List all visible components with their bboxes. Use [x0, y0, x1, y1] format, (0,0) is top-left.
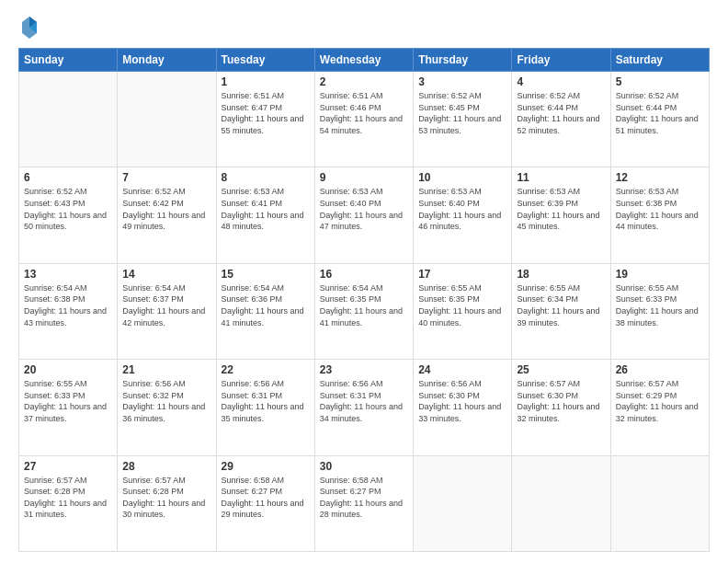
day-detail: Sunrise: 6:51 AM Sunset: 6:47 PM Dayligh…	[222, 90, 310, 136]
day-number: 7	[122, 171, 210, 184]
day-number: 4	[517, 75, 605, 88]
day-detail: Sunrise: 6:56 AM Sunset: 6:30 PM Dayligh…	[418, 378, 506, 424]
day-detail: Sunrise: 6:53 AM Sunset: 6:41 PM Dayligh…	[222, 186, 310, 232]
day-number: 14	[122, 268, 210, 281]
calendar-header-friday: Friday	[512, 49, 610, 72]
calendar-cell: 26Sunrise: 6:57 AM Sunset: 6:29 PM Dayli…	[610, 360, 709, 455]
day-number: 22	[222, 363, 310, 376]
day-number: 28	[122, 460, 210, 473]
day-number: 5	[616, 75, 704, 88]
day-detail: Sunrise: 6:54 AM Sunset: 6:37 PM Dayligh…	[122, 282, 210, 328]
calendar-cell	[610, 455, 709, 551]
day-detail: Sunrise: 6:52 AM Sunset: 6:44 PM Dayligh…	[517, 90, 605, 136]
calendar-cell: 2Sunrise: 6:51 AM Sunset: 6:46 PM Daylig…	[314, 72, 413, 167]
page: SundayMondayTuesdayWednesdayThursdayFrid…	[0, 0, 728, 563]
calendar-table: SundayMondayTuesdayWednesdayThursdayFrid…	[18, 48, 710, 552]
logo	[18, 15, 39, 40]
logo-icon	[20, 15, 39, 40]
day-number: 13	[24, 268, 112, 281]
calendar-week-row: 6Sunrise: 6:52 AM Sunset: 6:43 PM Daylig…	[19, 167, 710, 263]
day-detail: Sunrise: 6:58 AM Sunset: 6:27 PM Dayligh…	[320, 475, 408, 521]
day-detail: Sunrise: 6:56 AM Sunset: 6:32 PM Dayligh…	[122, 378, 210, 424]
calendar-cell: 22Sunrise: 6:56 AM Sunset: 6:31 PM Dayli…	[216, 360, 314, 455]
calendar-cell: 11Sunrise: 6:53 AM Sunset: 6:39 PM Dayli…	[512, 167, 610, 263]
day-detail: Sunrise: 6:52 AM Sunset: 6:42 PM Dayligh…	[122, 186, 210, 232]
calendar-cell: 14Sunrise: 6:54 AM Sunset: 6:37 PM Dayli…	[118, 263, 216, 359]
calendar-cell: 12Sunrise: 6:53 AM Sunset: 6:38 PM Dayli…	[610, 167, 709, 263]
day-detail: Sunrise: 6:54 AM Sunset: 6:38 PM Dayligh…	[24, 282, 112, 328]
day-detail: Sunrise: 6:55 AM Sunset: 6:33 PM Dayligh…	[616, 282, 704, 328]
calendar-cell: 19Sunrise: 6:55 AM Sunset: 6:33 PM Dayli…	[610, 263, 709, 359]
calendar-header-thursday: Thursday	[414, 49, 512, 72]
calendar-week-row: 13Sunrise: 6:54 AM Sunset: 6:38 PM Dayli…	[19, 263, 710, 359]
day-detail: Sunrise: 6:52 AM Sunset: 6:45 PM Dayligh…	[418, 90, 506, 136]
day-number: 23	[320, 363, 408, 376]
day-number: 29	[222, 460, 310, 473]
calendar-cell: 25Sunrise: 6:57 AM Sunset: 6:30 PM Dayli…	[512, 360, 610, 455]
day-detail: Sunrise: 6:57 AM Sunset: 6:28 PM Dayligh…	[122, 475, 210, 521]
day-number: 16	[320, 268, 408, 281]
day-detail: Sunrise: 6:52 AM Sunset: 6:44 PM Dayligh…	[616, 90, 704, 136]
day-number: 8	[222, 171, 310, 184]
calendar-cell: 16Sunrise: 6:54 AM Sunset: 6:35 PM Dayli…	[314, 263, 413, 359]
calendar-week-row: 27Sunrise: 6:57 AM Sunset: 6:28 PM Dayli…	[19, 455, 710, 551]
day-number: 26	[616, 363, 704, 376]
day-number: 2	[320, 75, 408, 88]
day-detail: Sunrise: 6:56 AM Sunset: 6:31 PM Dayligh…	[222, 378, 310, 424]
calendar-cell	[19, 72, 118, 167]
calendar-cell: 17Sunrise: 6:55 AM Sunset: 6:35 PM Dayli…	[414, 263, 512, 359]
day-number: 24	[418, 363, 506, 376]
calendar-cell	[512, 455, 610, 551]
calendar-cell: 30Sunrise: 6:58 AM Sunset: 6:27 PM Dayli…	[314, 455, 413, 551]
calendar-cell: 18Sunrise: 6:55 AM Sunset: 6:34 PM Dayli…	[512, 263, 610, 359]
calendar-cell: 6Sunrise: 6:52 AM Sunset: 6:43 PM Daylig…	[19, 167, 118, 263]
day-detail: Sunrise: 6:51 AM Sunset: 6:46 PM Dayligh…	[320, 90, 408, 136]
day-number: 27	[24, 460, 112, 473]
calendar-week-row: 1Sunrise: 6:51 AM Sunset: 6:47 PM Daylig…	[19, 72, 710, 167]
day-number: 3	[418, 75, 506, 88]
calendar-header-tuesday: Tuesday	[216, 49, 314, 72]
day-detail: Sunrise: 6:57 AM Sunset: 6:28 PM Dayligh…	[24, 475, 112, 521]
calendar-header-monday: Monday	[118, 49, 216, 72]
day-detail: Sunrise: 6:55 AM Sunset: 6:34 PM Dayligh…	[517, 282, 605, 328]
calendar-cell: 29Sunrise: 6:58 AM Sunset: 6:27 PM Dayli…	[216, 455, 314, 551]
calendar-cell: 8Sunrise: 6:53 AM Sunset: 6:41 PM Daylig…	[216, 167, 314, 263]
calendar-header-row: SundayMondayTuesdayWednesdayThursdayFrid…	[19, 49, 710, 72]
calendar-cell: 13Sunrise: 6:54 AM Sunset: 6:38 PM Dayli…	[19, 263, 118, 359]
calendar-cell: 28Sunrise: 6:57 AM Sunset: 6:28 PM Dayli…	[118, 455, 216, 551]
day-number: 11	[517, 171, 605, 184]
day-number: 19	[616, 268, 704, 281]
calendar-cell: 10Sunrise: 6:53 AM Sunset: 6:40 PM Dayli…	[414, 167, 512, 263]
day-number: 21	[122, 363, 210, 376]
day-number: 25	[517, 363, 605, 376]
calendar-week-row: 20Sunrise: 6:55 AM Sunset: 6:33 PM Dayli…	[19, 360, 710, 455]
day-number: 9	[320, 171, 408, 184]
day-number: 15	[222, 268, 310, 281]
day-number: 18	[517, 268, 605, 281]
day-detail: Sunrise: 6:53 AM Sunset: 6:40 PM Dayligh…	[418, 186, 506, 232]
calendar-cell	[414, 455, 512, 551]
day-detail: Sunrise: 6:56 AM Sunset: 6:31 PM Dayligh…	[320, 378, 408, 424]
day-number: 1	[222, 75, 310, 88]
calendar-cell: 21Sunrise: 6:56 AM Sunset: 6:32 PM Dayli…	[118, 360, 216, 455]
calendar-cell: 24Sunrise: 6:56 AM Sunset: 6:30 PM Dayli…	[414, 360, 512, 455]
day-number: 30	[320, 460, 408, 473]
day-detail: Sunrise: 6:57 AM Sunset: 6:29 PM Dayligh…	[616, 378, 704, 424]
calendar-cell: 9Sunrise: 6:53 AM Sunset: 6:40 PM Daylig…	[314, 167, 413, 263]
day-detail: Sunrise: 6:57 AM Sunset: 6:30 PM Dayligh…	[517, 378, 605, 424]
day-detail: Sunrise: 6:58 AM Sunset: 6:27 PM Dayligh…	[222, 475, 310, 521]
day-detail: Sunrise: 6:53 AM Sunset: 6:38 PM Dayligh…	[616, 186, 704, 232]
header	[18, 15, 710, 40]
day-detail: Sunrise: 6:55 AM Sunset: 6:35 PM Dayligh…	[418, 282, 506, 328]
calendar-cell: 1Sunrise: 6:51 AM Sunset: 6:47 PM Daylig…	[216, 72, 314, 167]
day-number: 17	[418, 268, 506, 281]
calendar-cell: 3Sunrise: 6:52 AM Sunset: 6:45 PM Daylig…	[414, 72, 512, 167]
day-detail: Sunrise: 6:53 AM Sunset: 6:40 PM Dayligh…	[320, 186, 408, 232]
calendar-header-wednesday: Wednesday	[314, 49, 413, 72]
day-detail: Sunrise: 6:55 AM Sunset: 6:33 PM Dayligh…	[24, 378, 112, 424]
calendar-cell: 7Sunrise: 6:52 AM Sunset: 6:42 PM Daylig…	[118, 167, 216, 263]
day-number: 12	[616, 171, 704, 184]
calendar-cell: 27Sunrise: 6:57 AM Sunset: 6:28 PM Dayli…	[19, 455, 118, 551]
calendar-cell	[118, 72, 216, 167]
calendar-cell: 5Sunrise: 6:52 AM Sunset: 6:44 PM Daylig…	[610, 72, 709, 167]
